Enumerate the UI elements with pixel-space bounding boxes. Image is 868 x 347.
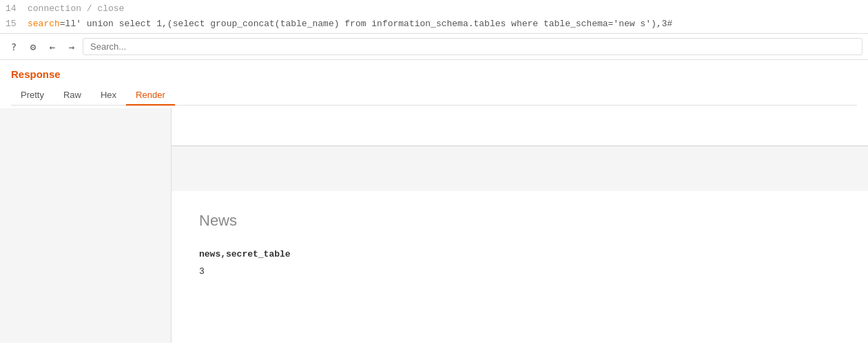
search-keyword: search xyxy=(28,19,60,29)
response-section: Response Pretty Raw Hex Render xyxy=(0,60,868,108)
line-number-15: 15 xyxy=(6,17,22,31)
code-line-14: 14 connection / close xyxy=(0,1,868,17)
line-content-14: connection / close xyxy=(28,2,124,16)
tab-render[interactable]: Render xyxy=(126,86,175,106)
right-panel: News news,secret_table 3 xyxy=(171,108,868,343)
render-area: News news,secret_table 3 xyxy=(0,108,868,343)
left-panel xyxy=(0,108,171,343)
news-heading: News xyxy=(199,212,840,230)
top-white-box xyxy=(172,108,868,146)
forward-icon[interactable]: → xyxy=(63,39,80,55)
news-box: News news,secret_table 3 xyxy=(172,191,868,343)
toolbar: ? ⚙ ← → xyxy=(0,34,868,60)
response-tabs: Pretty Raw Hex Render xyxy=(11,86,857,106)
news-tables-value: news,secret_table xyxy=(199,249,840,259)
tab-hex[interactable]: Hex xyxy=(91,86,126,106)
back-icon[interactable]: ← xyxy=(44,39,61,55)
line-number-14: 14 xyxy=(6,2,22,16)
settings-icon[interactable]: ⚙ xyxy=(25,39,41,55)
help-icon[interactable]: ? xyxy=(6,39,22,55)
gray-gap xyxy=(172,146,868,191)
tab-pretty[interactable]: Pretty xyxy=(11,86,54,106)
code-area: 14 connection / close 15 search=ll' unio… xyxy=(0,0,868,34)
response-title: Response xyxy=(11,68,857,80)
tab-raw[interactable]: Raw xyxy=(54,86,91,106)
code-line-15: 15 search=ll' union select 1,(select gro… xyxy=(0,17,868,32)
search-input[interactable] xyxy=(83,38,862,55)
sql-injection-text: =ll' union select 1,(select group_concat… xyxy=(60,19,672,29)
line-content-15: search=ll' union select 1,(select group_… xyxy=(28,17,672,31)
news-number-value: 3 xyxy=(199,266,840,277)
